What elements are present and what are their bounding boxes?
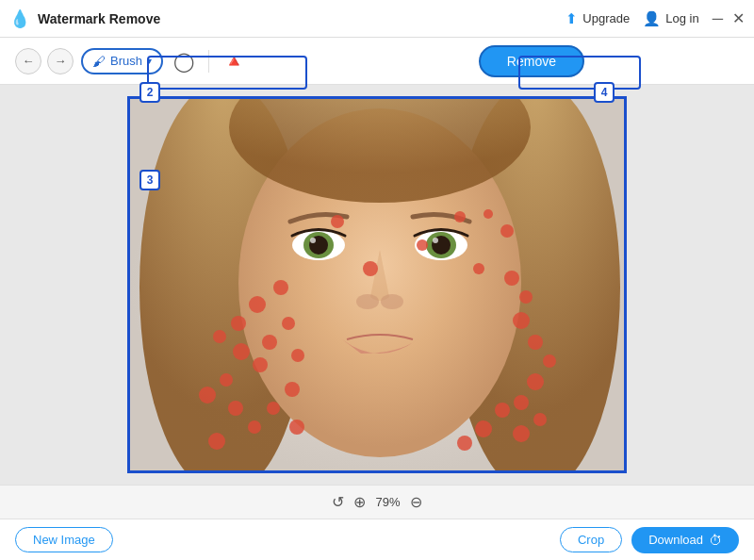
upgrade-button[interactable]: ⬆ Upgrade	[566, 10, 630, 27]
title-left: 💧 Watermark Remove	[9, 8, 160, 29]
svg-point-21	[473, 263, 484, 274]
svg-point-43	[248, 420, 261, 434]
svg-point-46	[267, 402, 280, 415]
step3-badge: 3	[139, 170, 160, 190]
eraser-button[interactable]: 🔺	[221, 48, 247, 74]
brush-button[interactable]: 🖌 Brush ▾	[81, 48, 163, 74]
svg-point-12	[433, 238, 438, 243]
svg-point-36	[231, 316, 246, 331]
login-button[interactable]: 👤 Log in	[643, 10, 698, 27]
svg-point-38	[233, 343, 250, 360]
svg-point-27	[527, 373, 544, 390]
redo-button[interactable]: →	[47, 48, 74, 74]
svg-point-23	[519, 290, 533, 304]
svg-point-49	[262, 335, 277, 350]
window-controls: ─ ✕	[713, 11, 745, 26]
bottom-bar: New Image Crop Download ⏱	[0, 519, 754, 560]
toolbar-divider	[208, 50, 209, 73]
svg-point-29	[533, 413, 547, 426]
lasso-button[interactable]: ◯	[171, 48, 197, 74]
svg-point-50	[291, 349, 304, 362]
bottom-right: Crop Download ⏱	[560, 527, 739, 553]
svg-point-32	[475, 420, 492, 437]
chevron-down-icon: ▾	[147, 56, 152, 66]
svg-point-39	[253, 357, 268, 372]
toolbar: 2 ← → 🖌 Brush ▾ ◯ 🔺 4 Remove	[0, 38, 754, 85]
svg-point-13	[356, 294, 379, 309]
zoom-out-button[interactable]: ⊖	[410, 493, 422, 511]
svg-point-19	[484, 209, 493, 219]
step2-badge: 2	[139, 82, 160, 103]
svg-point-31	[495, 403, 510, 418]
zoom-bar: ↺ ⊕ 79% ⊖	[0, 485, 754, 519]
title-bar: 💧 Watermark Remove ⬆ Upgrade 👤 Log in ─ …	[0, 0, 754, 38]
svg-point-14	[381, 294, 403, 309]
svg-point-45	[285, 382, 300, 397]
svg-point-42	[228, 401, 243, 416]
svg-point-48	[282, 317, 295, 330]
svg-point-40	[220, 373, 233, 387]
zoom-level: 79%	[375, 495, 400, 509]
svg-point-35	[249, 296, 266, 313]
minimize-button[interactable]: ─	[713, 11, 723, 26]
svg-point-30	[513, 425, 530, 442]
svg-point-47	[289, 420, 304, 435]
svg-point-16	[363, 261, 378, 276]
brush-icon: 🖌	[92, 54, 106, 69]
svg-point-34	[273, 280, 288, 295]
remove-button[interactable]: Remove	[479, 45, 584, 77]
svg-point-33	[457, 436, 472, 451]
svg-point-44	[208, 433, 225, 450]
download-button[interactable]: Download ⏱	[631, 527, 739, 553]
download-icon: ⏱	[709, 533, 722, 548]
svg-point-25	[528, 335, 543, 350]
face-image	[130, 99, 624, 470]
svg-point-37	[213, 330, 226, 343]
zoom-in-button[interactable]: ⊕	[353, 493, 366, 511]
step4-badge: 4	[594, 82, 615, 103]
upgrade-icon: ⬆	[566, 10, 578, 27]
rotate-icon: ↺	[332, 493, 344, 511]
close-button[interactable]: ✕	[732, 11, 745, 26]
crop-button[interactable]: Crop	[560, 527, 622, 552]
svg-point-26	[543, 354, 556, 368]
rotate-button[interactable]: ↺	[332, 493, 344, 511]
image-container[interactable]	[127, 96, 627, 473]
svg-point-17	[417, 239, 428, 251]
app-icon: 💧	[9, 8, 30, 29]
zoom-in-icon: ⊕	[353, 493, 366, 511]
svg-point-22	[504, 271, 519, 286]
user-icon: 👤	[643, 10, 661, 27]
app-title: Watermark Remove	[38, 11, 160, 26]
svg-point-15	[331, 215, 344, 228]
svg-point-41	[199, 387, 216, 404]
svg-point-24	[513, 312, 530, 329]
lasso-icon: ◯	[173, 50, 194, 73]
new-image-button[interactable]: New Image	[15, 527, 113, 552]
svg-point-8	[310, 238, 316, 243]
main-area: 3	[0, 85, 754, 485]
svg-point-28	[514, 395, 529, 410]
svg-point-20	[500, 224, 514, 238]
undo-button[interactable]: ←	[15, 48, 41, 74]
title-right: ⬆ Upgrade 👤 Log in ─ ✕	[566, 10, 745, 27]
zoom-out-icon: ⊖	[410, 493, 422, 511]
toolbar-nav-group: ← →	[15, 48, 74, 74]
eraser-icon: 🔺	[223, 51, 244, 72]
svg-point-18	[454, 211, 466, 222]
